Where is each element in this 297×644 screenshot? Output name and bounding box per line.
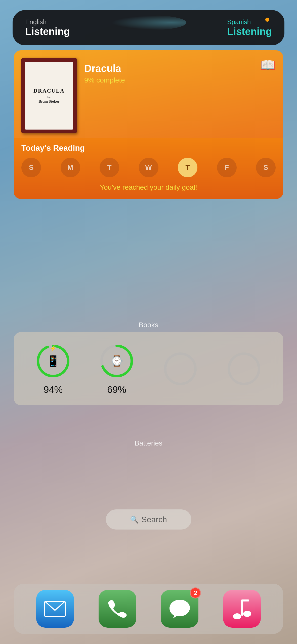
phone-app[interactable]	[99, 590, 136, 628]
book-open-icon: 📖	[260, 58, 276, 72]
day-F: F	[217, 158, 237, 177]
dock: 2	[14, 584, 283, 634]
phone-icon: 📱	[46, 354, 60, 368]
watch-icon: ⌚	[110, 354, 124, 368]
books-widget-label: Books	[0, 321, 297, 329]
book-title: Dracula	[84, 63, 125, 74]
book-cover-title: DRACULA	[33, 88, 65, 94]
svg-rect-10	[241, 599, 249, 601]
svg-point-7	[233, 613, 241, 619]
english-label: English	[25, 18, 70, 26]
phone-icon	[108, 599, 127, 619]
music-icon	[233, 598, 251, 620]
books-bottom: Today's Reading S M T W T F S You've rea…	[14, 138, 283, 199]
english-section: English Listening	[25, 18, 70, 37]
day-S2: S	[256, 158, 276, 177]
battery-phone: ⚡ 📱 94%	[34, 342, 72, 395]
spanish-value: Listening	[227, 26, 272, 37]
day-T1: T	[100, 158, 119, 177]
days-row: S M T W T F S	[21, 158, 276, 177]
mail-app[interactable]	[36, 590, 74, 628]
notification-dot	[265, 18, 269, 22]
messages-icon	[169, 599, 190, 619]
batteries-widget-label: Batteries	[0, 439, 297, 447]
battery-empty-2	[225, 350, 263, 388]
day-M: M	[61, 158, 80, 177]
english-value: Listening	[25, 26, 70, 37]
svg-rect-9	[241, 599, 243, 616]
messages-app[interactable]: 2	[161, 590, 198, 628]
battery-empty-1-ring	[161, 350, 199, 388]
messages-badge: 2	[190, 587, 201, 598]
mail-icon	[44, 601, 66, 617]
spanish-section: Spanish Listening	[227, 18, 272, 37]
search-icon: 🔍	[130, 515, 139, 524]
day-T-active: T	[178, 158, 197, 177]
day-W: W	[139, 158, 158, 177]
batteries-widget: ⚡ 📱 94% ⌚ 69%	[14, 332, 283, 405]
book-cover-author: Bram Stoker	[39, 99, 60, 104]
music-app[interactable]	[223, 590, 261, 628]
phone-battery-pct: 94%	[44, 384, 63, 395]
book-info: Dracula 9% complete	[84, 58, 125, 84]
book-cover: DRACULA by Bram Stoker	[21, 58, 77, 133]
battery-empty-2-ring	[225, 350, 263, 388]
language-pill: English Listening Spanish Listening	[13, 10, 284, 45]
book-cover-by: by	[48, 95, 51, 99]
day-S: S	[21, 158, 41, 177]
svg-point-8	[243, 611, 251, 617]
battery-watch: ⌚ 69%	[98, 342, 136, 395]
search-label: Search	[141, 515, 167, 524]
book-progress: 9% complete	[84, 76, 125, 84]
today-reading-label: Today's Reading	[21, 143, 276, 153]
goal-message: You've reached your daily goal!	[21, 183, 276, 191]
books-widget[interactable]: DRACULA by Bram Stoker Dracula 9% comple…	[14, 50, 283, 199]
battery-watch-ring: ⌚	[98, 342, 136, 380]
battery-phone-ring: ⚡ 📱	[34, 342, 72, 380]
batteries-row: ⚡ 📱 94% ⌚ 69%	[24, 342, 273, 395]
svg-point-5	[229, 354, 259, 384]
watch-battery-pct: 69%	[107, 384, 126, 395]
search-button[interactable]: 🔍 Search	[106, 509, 191, 530]
svg-point-4	[165, 354, 195, 384]
charging-icon: ⚡	[50, 345, 57, 352]
battery-empty-1	[161, 350, 199, 388]
